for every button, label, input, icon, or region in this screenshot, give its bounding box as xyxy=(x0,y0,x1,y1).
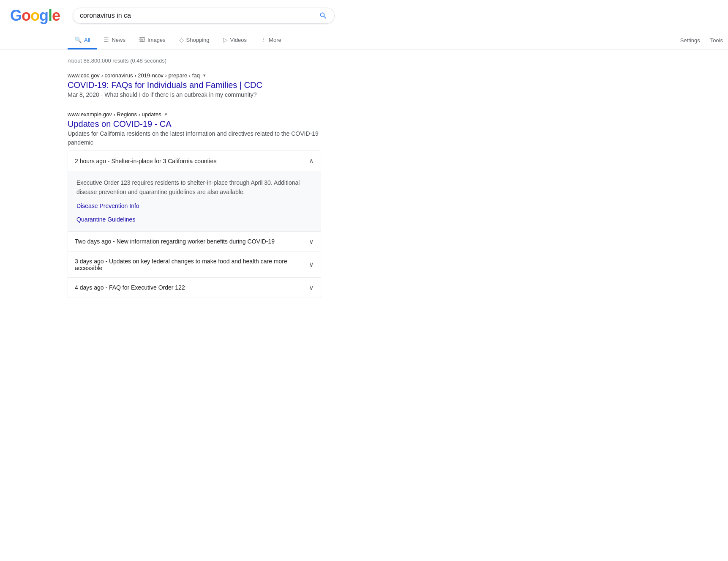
logo-letter-l: l xyxy=(48,7,52,24)
logo-letter-o2: o xyxy=(30,7,39,24)
tab-more[interactable]: ⋮ More xyxy=(254,31,288,49)
result-updates: 2 hours ago - Shelter-in-place for 3 Cal… xyxy=(68,151,321,298)
all-icon: 🔍 xyxy=(74,36,82,43)
cdc-desc-sep: - xyxy=(101,91,105,98)
update-3-time-text: 3 days ago - Updates on key federal chan… xyxy=(75,258,309,271)
tools-link[interactable]: Tools xyxy=(705,32,728,49)
update-1-body-text: Executive Order 123 requires residents t… xyxy=(76,179,300,195)
disease-prevention-link[interactable]: Disease Prevention Info xyxy=(76,201,312,211)
update-1-time-text: 2 hours ago - Shelter-in-place for 3 Cal… xyxy=(75,158,216,164)
search-input[interactable] xyxy=(80,12,319,19)
search-bar xyxy=(73,8,335,24)
news-icon: ☰ xyxy=(104,36,109,43)
tab-news-label: News xyxy=(112,37,125,43)
results-area: About 88,800,000 results (0.48 seconds) … xyxy=(0,50,321,298)
result-url-cdc: www.cdc.gov › coronavirus › 2019-ncov › … xyxy=(68,72,321,79)
search-button[interactable] xyxy=(319,11,327,20)
tab-news[interactable]: ☰ News xyxy=(97,31,132,49)
logo-letter-g: G xyxy=(10,7,22,24)
tab-videos-label: Videos xyxy=(230,37,247,43)
update-1-content: Executive Order 123 requires residents t… xyxy=(68,171,321,232)
result-item-ca: www.example.gov › Regions › updates ▾ Up… xyxy=(68,111,321,298)
ca-url-dropdown-icon[interactable]: ▾ xyxy=(165,112,167,117)
tab-shopping[interactable]: ◇ Shopping xyxy=(172,31,216,49)
result-item-cdc: www.cdc.gov › coronavirus › 2019-ncov › … xyxy=(68,72,321,99)
images-icon: 🖼 xyxy=(139,36,145,43)
update-1-chevron-up-icon xyxy=(309,157,314,165)
result-url-ca: www.example.gov › Regions › updates ▾ xyxy=(68,111,321,118)
result-desc-ca: Updates for California residents on the … xyxy=(68,129,321,147)
update-row-1[interactable]: 2 hours ago - Shelter-in-place for 3 Cal… xyxy=(68,151,321,171)
result-desc-cdc: Mar 8, 2020 - What should I do if there … xyxy=(68,90,321,99)
search-nav: 🔍 All ☰ News 🖼 Images ◇ Shopping ▷ Video… xyxy=(0,31,728,50)
update-4-time-text: 4 days ago - FAQ for Executive Order 122 xyxy=(75,284,185,291)
update-row-3[interactable]: 3 days ago - Updates on key federal chan… xyxy=(68,252,321,278)
update-row-2[interactable]: Two days ago - New information regarding… xyxy=(68,232,321,252)
header: Google xyxy=(0,0,728,31)
cdc-date: Mar 8, 2020 xyxy=(68,91,99,98)
cdc-desc-text: What should I do if there is an outbreak… xyxy=(104,91,256,98)
ca-url-text: www.example.gov › Regions › updates xyxy=(68,111,161,118)
tab-videos[interactable]: ▷ Videos xyxy=(216,31,254,49)
shopping-icon: ◇ xyxy=(179,36,184,43)
settings-link[interactable]: Settings xyxy=(675,32,705,49)
google-logo: Google xyxy=(10,7,60,25)
tab-all-label: All xyxy=(84,37,90,43)
result-title-ca[interactable]: Updates on COVID-19 - CA xyxy=(68,119,172,129)
tab-images[interactable]: 🖼 Images xyxy=(132,31,172,49)
videos-icon: ▷ xyxy=(223,36,228,43)
search-icon xyxy=(319,11,327,20)
update-4-chevron-down-icon xyxy=(309,284,314,292)
update-2-time-text: Two days ago - New information regarding… xyxy=(75,238,275,245)
more-icon: ⋮ xyxy=(260,36,266,43)
quarantine-guidelines-link[interactable]: Quarantine Guidelines xyxy=(76,215,312,224)
tab-shopping-label: Shopping xyxy=(186,37,210,43)
tab-all[interactable]: 🔍 All xyxy=(68,31,97,49)
tab-images-label: Images xyxy=(147,37,166,43)
result-title-cdc[interactable]: COVID-19: FAQs for Individuals and Famil… xyxy=(68,80,262,90)
logo-letter-e: e xyxy=(52,7,60,24)
result-count: About 88,800,000 results (0.48 seconds) xyxy=(68,57,321,64)
update-2-chevron-down-icon xyxy=(309,238,314,246)
logo-letter-o1: o xyxy=(22,7,30,24)
update-3-chevron-down-icon xyxy=(309,260,314,268)
tab-more-label: More xyxy=(269,37,281,43)
cdc-url-dropdown-icon[interactable]: ▾ xyxy=(203,73,206,78)
update-row-4[interactable]: 4 days ago - FAQ for Executive Order 122 xyxy=(68,278,321,298)
logo-letter-g2: g xyxy=(39,7,48,24)
cdc-url-text: www.cdc.gov › coronavirus › 2019-ncov › … xyxy=(68,72,200,79)
